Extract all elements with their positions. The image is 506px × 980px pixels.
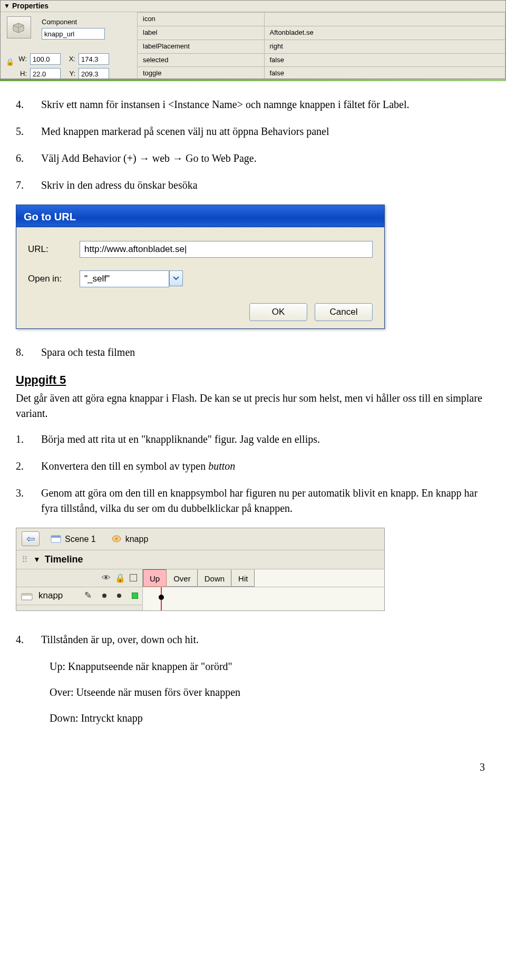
svg-point-4 <box>105 576 108 578</box>
open-in-label: Open in: <box>28 273 70 286</box>
outline-color-swatch[interactable] <box>132 593 138 599</box>
page-number: 3 <box>0 760 506 775</box>
chevron-down-icon[interactable] <box>169 270 183 286</box>
component-type-label: Component <box>42 17 77 27</box>
width-input[interactable] <box>30 53 61 65</box>
width-label: W: <box>15 54 27 64</box>
url-label: URL: <box>28 243 70 256</box>
state-desc-up: Up: Knapputseende när knappen är "orörd" <box>50 659 490 674</box>
lock-icon[interactable]: 🔒 <box>6 55 14 69</box>
properties-panel: ▼ Properties Component 🔒 W: X: H: Y <box>0 0 506 79</box>
state-hit[interactable]: Hit <box>231 569 255 587</box>
list-item: 8.Spara och testa filmen <box>16 345 490 360</box>
svg-rect-6 <box>22 594 32 596</box>
collapse-arrow-icon[interactable]: ▼ <box>4 2 10 11</box>
url-input[interactable] <box>80 241 373 258</box>
parameters-table: icon labelAftonbladet.se labelPlacementr… <box>138 12 505 79</box>
list-item: 7.Skriv in den adress du önskar besöka <box>16 178 490 193</box>
x-input[interactable] <box>79 53 109 65</box>
svg-rect-1 <box>51 536 61 538</box>
scene-crumb[interactable]: Scene 1 <box>46 531 100 547</box>
arrow-right-icon: → <box>139 152 150 164</box>
table-row: labelAftonbladet.se <box>138 26 505 40</box>
frame-states-header: Up Over Down Hit <box>143 569 384 587</box>
dialog-title: Go to URL <box>16 205 384 227</box>
list-item: 5.Med knappen markerad på scenen välj nu… <box>16 124 490 139</box>
separator <box>0 79 506 81</box>
arrow-right-icon: → <box>172 152 183 164</box>
state-up[interactable]: Up <box>143 569 167 587</box>
y-label: Y: <box>64 69 75 79</box>
symbol-crumb[interactable]: knapp <box>106 531 153 547</box>
grip-icon: ⠿ <box>22 554 29 566</box>
list-item: 2. Konvertera den till en symbol av type… <box>16 459 490 474</box>
back-button[interactable]: ⇦ <box>22 531 40 546</box>
table-row: togglefalse <box>138 67 505 79</box>
lock-dot[interactable] <box>117 594 121 598</box>
open-in-select[interactable] <box>80 270 169 287</box>
instance-name-input[interactable] <box>42 28 105 40</box>
heading-uppgift: Uppgift 5 <box>16 372 490 389</box>
layer-icon <box>21 590 33 601</box>
panel-title: Properties <box>12 1 48 11</box>
height-label: H: <box>15 69 27 79</box>
svg-point-3 <box>115 538 118 540</box>
component-icon <box>7 16 31 38</box>
eye-icon[interactable] <box>101 572 111 584</box>
list-item: 3.Genom att göra om den till en knappsym… <box>16 486 490 516</box>
properties-titlebar: ▼ Properties <box>1 1 505 12</box>
timeline-header[interactable]: ⠿ ▼ Timeline <box>16 550 384 569</box>
cancel-button[interactable]: Cancel <box>315 303 373 321</box>
list-item: 4.Skriv ett namn för instansen i <Instan… <box>16 97 490 112</box>
list-item: 4.Tillstånden är up, over, down och hit. <box>16 632 490 647</box>
paragraph: Det går även att göra egna knappar i Fla… <box>16 391 490 421</box>
list-item: 6. Välj Add Behavior (+) → web → Go to W… <box>16 151 490 166</box>
state-desc-down: Down: Intryckt knapp <box>50 711 490 726</box>
keyframe-icon[interactable] <box>159 595 164 600</box>
y-input[interactable] <box>79 68 109 79</box>
collapse-arrow-icon[interactable]: ▼ <box>33 554 41 565</box>
lock-icon[interactable]: 🔒 <box>115 572 125 584</box>
list-item: 1.Börja med att rita ut en "knappliknand… <box>16 432 490 447</box>
frames-area[interactable] <box>143 587 384 610</box>
x-label: X: <box>64 54 75 64</box>
ok-button[interactable]: OK <box>249 303 307 321</box>
table-row: labelPlacementright <box>138 40 505 53</box>
table-row: icon <box>138 13 505 26</box>
scene-icon <box>50 533 62 544</box>
state-down[interactable]: Down <box>198 569 231 587</box>
edit-bar: ⇦ Scene 1 knapp <box>16 528 384 550</box>
layer-row[interactable]: knapp ✎ <box>16 587 142 605</box>
timeline-panel: ⇦ Scene 1 knapp ⠿ ▼ Timeline <box>16 528 385 611</box>
button-symbol-icon <box>111 533 122 544</box>
state-over[interactable]: Over <box>167 569 198 587</box>
outline-icon[interactable] <box>130 574 137 581</box>
state-desc-over: Over: Utseende när musen förs över knapp… <box>50 685 490 700</box>
pencil-icon: ✎ <box>84 589 92 603</box>
height-input[interactable] <box>30 68 61 79</box>
table-row: selectedfalse <box>138 53 505 67</box>
go-to-url-dialog: Go to URL URL: Open in: OK Cancel <box>16 205 385 329</box>
visibility-dot[interactable] <box>102 594 106 598</box>
